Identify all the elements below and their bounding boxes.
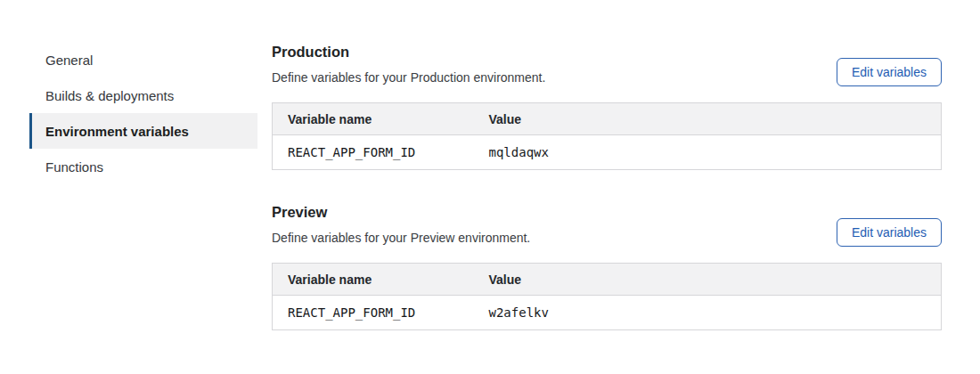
table-header-row: Variable name Value [273,103,942,135]
preview-variables-table: Variable name Value REACT_APP_FORM_ID w2… [272,263,942,330]
sidebar-item-label: Environment variables [45,124,189,139]
sidebar-item-builds-deployments[interactable]: Builds & deployments [29,77,257,113]
settings-sidebar: General Builds & deployments Environment… [29,42,257,184]
table-header-row: Variable name Value [273,264,942,296]
sidebar-item-label: General [45,53,93,68]
variable-name-cell: REACT_APP_FORM_ID [273,296,489,330]
preview-section: Preview Define variables for your Previe… [272,203,942,330]
variable-name-cell: REACT_APP_FORM_ID [273,135,489,170]
sidebar-item-label: Functions [45,159,103,175]
preview-edit-variables-button[interactable]: Edit variables [837,218,942,247]
sidebar-item-general[interactable]: General [29,42,257,77]
value-cell: mqldaqwx [489,135,942,170]
value-cell: w2afelkv [489,296,942,330]
variable-name-header: Variable name [273,264,489,296]
production-variables-table: Variable name Value REACT_APP_FORM_ID mq… [272,102,942,170]
production-edit-variables-button[interactable]: Edit variables [837,58,942,86]
table-row: REACT_APP_FORM_ID w2afelkv [273,296,942,330]
variable-name-header: Variable name [273,103,489,135]
production-section: Production Define variables for your Pro… [272,43,942,170]
environment-variables-settings-page: General Builds & deployments Environment… [0,0,980,374]
table-row: REACT_APP_FORM_ID mqldaqwx [273,135,942,170]
sidebar-item-environment-variables[interactable]: Environment variables [29,113,257,149]
value-header: Value [489,103,942,135]
value-header: Value [489,264,942,296]
sidebar-item-functions[interactable]: Functions [29,149,257,184]
sidebar-item-label: Builds & deployments [45,88,174,103]
